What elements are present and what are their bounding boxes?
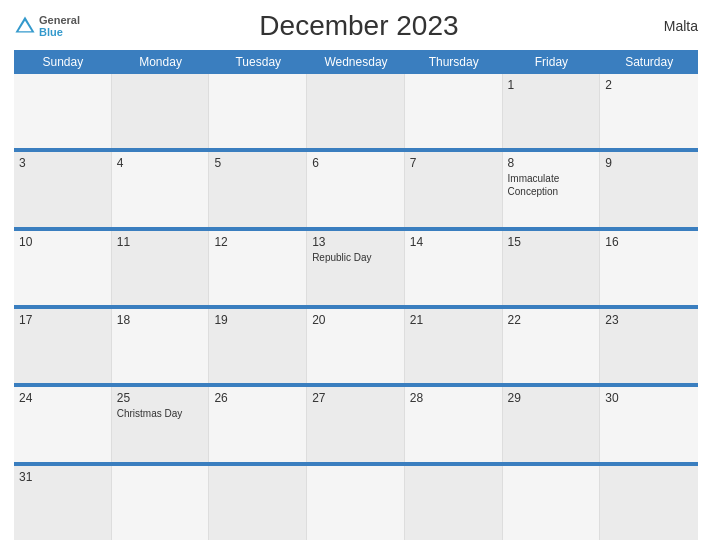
- calendar-cell-r3-c1: 18: [112, 309, 210, 383]
- calendar-cell-r1-c5: 8Immaculate Conception: [503, 152, 601, 226]
- calendar-cell-r3-c2: 19: [209, 309, 307, 383]
- calendar-cell-r4-c4: 28: [405, 387, 503, 461]
- calendar-title: December 2023: [80, 10, 638, 42]
- calendar-cell-r5-c1: [112, 466, 210, 540]
- calendar-cell-r5-c3: [307, 466, 405, 540]
- day-number: 5: [214, 156, 301, 170]
- logo-general-text: General: [39, 14, 80, 26]
- calendar-cell-r4-c0: 24: [14, 387, 112, 461]
- calendar-cell-r1-c3: 6: [307, 152, 405, 226]
- calendar-row-5: 31: [14, 464, 698, 540]
- header-sunday: Sunday: [14, 50, 112, 74]
- day-number: 24: [19, 391, 106, 405]
- day-number: 9: [605, 156, 693, 170]
- day-number: 17: [19, 313, 106, 327]
- holiday-label: Christmas Day: [117, 407, 204, 420]
- calendar-cell-r1-c2: 5: [209, 152, 307, 226]
- day-number: 11: [117, 235, 204, 249]
- calendar-cell-r0-c2: [209, 74, 307, 148]
- day-number: 22: [508, 313, 595, 327]
- calendar-cell-r5-c2: [209, 466, 307, 540]
- calendar: Sunday Monday Tuesday Wednesday Thursday…: [14, 50, 698, 540]
- calendar-body: 12345678Immaculate Conception910111213Re…: [14, 74, 698, 540]
- calendar-row-3: 17181920212223: [14, 307, 698, 385]
- calendar-header: Sunday Monday Tuesday Wednesday Thursday…: [14, 50, 698, 74]
- calendar-cell-r2-c2: 12: [209, 231, 307, 305]
- calendar-cell-r1-c0: 3: [14, 152, 112, 226]
- day-number: 2: [605, 78, 693, 92]
- day-number: 7: [410, 156, 497, 170]
- day-number: 18: [117, 313, 204, 327]
- calendar-cell-r2-c4: 14: [405, 231, 503, 305]
- calendar-cell-r3-c0: 17: [14, 309, 112, 383]
- header-thursday: Thursday: [405, 50, 503, 74]
- calendar-cell-r5-c6: [600, 466, 698, 540]
- calendar-cell-r4-c1: 25Christmas Day: [112, 387, 210, 461]
- day-number: 20: [312, 313, 399, 327]
- calendar-cell-r4-c3: 27: [307, 387, 405, 461]
- holiday-label: Immaculate Conception: [508, 172, 595, 198]
- calendar-cell-r5-c5: [503, 466, 601, 540]
- header-wednesday: Wednesday: [307, 50, 405, 74]
- holiday-label: Republic Day: [312, 251, 399, 264]
- day-number: 10: [19, 235, 106, 249]
- day-number: 4: [117, 156, 204, 170]
- day-number: 3: [19, 156, 106, 170]
- day-number: 6: [312, 156, 399, 170]
- calendar-row-2: 10111213Republic Day141516: [14, 229, 698, 307]
- day-number: 13: [312, 235, 399, 249]
- calendar-cell-r4-c5: 29: [503, 387, 601, 461]
- calendar-cell-r0-c4: [405, 74, 503, 148]
- calendar-cell-r2-c3: 13Republic Day: [307, 231, 405, 305]
- header-tuesday: Tuesday: [209, 50, 307, 74]
- day-number: 15: [508, 235, 595, 249]
- calendar-cell-r0-c5: 1: [503, 74, 601, 148]
- calendar-cell-r3-c5: 22: [503, 309, 601, 383]
- day-number: 28: [410, 391, 497, 405]
- day-number: 26: [214, 391, 301, 405]
- calendar-row-1: 345678Immaculate Conception9: [14, 150, 698, 228]
- calendar-cell-r1-c4: 7: [405, 152, 503, 226]
- calendar-cell-r4-c6: 30: [600, 387, 698, 461]
- page: General Blue December 2023 Malta Sunday …: [0, 0, 712, 550]
- calendar-cell-r5-c0: 31: [14, 466, 112, 540]
- logo: General Blue: [14, 14, 80, 38]
- header: General Blue December 2023 Malta: [14, 10, 698, 42]
- logo-text: General Blue: [39, 14, 80, 38]
- calendar-cell-r3-c6: 23: [600, 309, 698, 383]
- day-number: 23: [605, 313, 693, 327]
- calendar-cell-r0-c3: [307, 74, 405, 148]
- day-number: 30: [605, 391, 693, 405]
- country-label: Malta: [638, 18, 698, 34]
- day-number: 14: [410, 235, 497, 249]
- calendar-cell-r5-c4: [405, 466, 503, 540]
- day-number: 1: [508, 78, 595, 92]
- day-number: 8: [508, 156, 595, 170]
- day-number: 25: [117, 391, 204, 405]
- day-number: 29: [508, 391, 595, 405]
- day-number: 12: [214, 235, 301, 249]
- calendar-cell-r2-c1: 11: [112, 231, 210, 305]
- logo-icon: [14, 15, 36, 37]
- calendar-cell-r1-c6: 9: [600, 152, 698, 226]
- calendar-cell-r3-c4: 21: [405, 309, 503, 383]
- calendar-cell-r0-c0: [14, 74, 112, 148]
- day-number: 19: [214, 313, 301, 327]
- header-friday: Friday: [503, 50, 601, 74]
- logo-blue-text: Blue: [39, 26, 80, 38]
- calendar-row-0: 12: [14, 74, 698, 150]
- calendar-cell-r1-c1: 4: [112, 152, 210, 226]
- day-number: 31: [19, 470, 106, 484]
- day-number: 16: [605, 235, 693, 249]
- calendar-cell-r2-c0: 10: [14, 231, 112, 305]
- calendar-cell-r4-c2: 26: [209, 387, 307, 461]
- calendar-row-4: 2425Christmas Day2627282930: [14, 385, 698, 463]
- calendar-cell-r0-c6: 2: [600, 74, 698, 148]
- header-saturday: Saturday: [600, 50, 698, 74]
- day-number: 21: [410, 313, 497, 327]
- calendar-cell-r0-c1: [112, 74, 210, 148]
- calendar-cell-r2-c5: 15: [503, 231, 601, 305]
- calendar-cell-r2-c6: 16: [600, 231, 698, 305]
- header-monday: Monday: [112, 50, 210, 74]
- calendar-cell-r3-c3: 20: [307, 309, 405, 383]
